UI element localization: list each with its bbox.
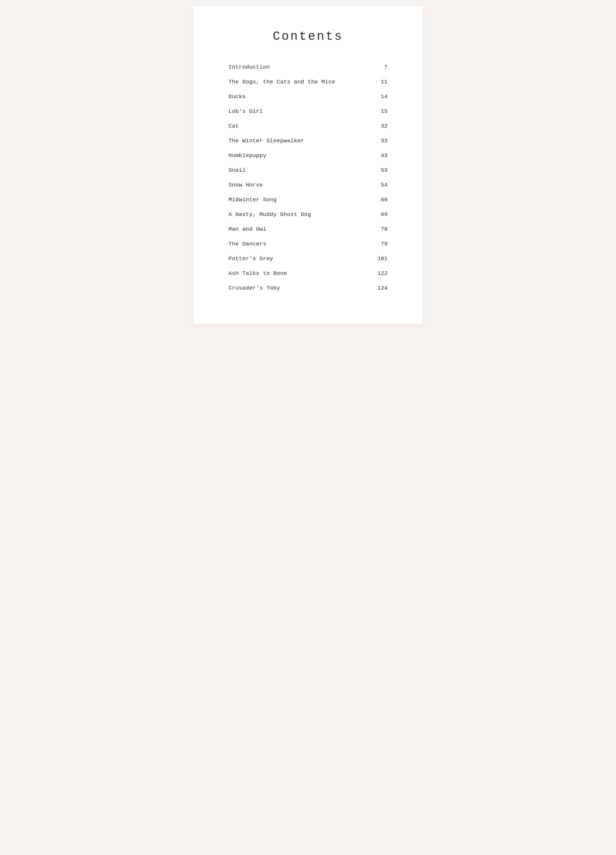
toc-item-page: 69 — [370, 211, 388, 218]
toc-item-title: Ducks — [228, 93, 246, 100]
toc-item: Snail53 — [228, 163, 388, 178]
toc-item-title: Ash Talks to Bone — [228, 270, 287, 277]
toc-item-title: A Nasty, Muddy Ghost Dog — [228, 211, 311, 218]
toc-item-title: The Winter Sleepwalker — [228, 138, 304, 144]
toc-item-title: Man and Owl — [228, 226, 266, 233]
toc-item-title: Humblepuppy — [228, 152, 266, 159]
toc-item-page: 33 — [370, 138, 388, 144]
toc-item-page: 54 — [370, 182, 388, 188]
toc-item-title: Cat — [228, 123, 239, 129]
toc-item-title: Crusader's Toby — [228, 285, 280, 291]
toc-item: The Winter Sleepwalker33 — [228, 133, 388, 148]
toc-item-title: Snow Horse — [228, 182, 263, 188]
toc-item: Potter's Grey101 — [228, 251, 388, 266]
toc-item-page: 14 — [370, 93, 388, 100]
toc-item: The Dogs, the Cats and the Mice11 — [228, 75, 388, 89]
toc-item: Cat32 — [228, 119, 388, 133]
toc-item-page: 79 — [370, 241, 388, 247]
toc-item-title: The Dogs, the Cats and the Mice — [228, 79, 335, 85]
toc-item-page: 68 — [370, 196, 388, 203]
toc-item: Ash Talks to Bone122 — [228, 266, 388, 281]
toc-item-page: 53 — [370, 167, 388, 173]
toc-item: A Nasty, Muddy Ghost Dog69 — [228, 207, 388, 222]
toc-item-title: Midwinter Song — [228, 196, 277, 203]
toc-item: Man and Owl78 — [228, 222, 388, 237]
toc-item-page: 32 — [370, 123, 388, 129]
toc-item-page: 15 — [370, 108, 388, 115]
toc-item: The Dancers79 — [228, 237, 388, 251]
toc-item-title: Potter's Grey — [228, 256, 273, 262]
toc-item: Humblepuppy43 — [228, 148, 388, 163]
toc-item-page: 122 — [370, 270, 388, 277]
page-title: Contents — [228, 29, 388, 43]
toc-item-page: 124 — [370, 285, 388, 291]
toc-item: Midwinter Song68 — [228, 192, 388, 207]
toc-item-title: The Dancers — [228, 241, 266, 247]
toc-item-page: 78 — [370, 226, 388, 233]
toc-item: Snow Horse54 — [228, 178, 388, 192]
toc-item: Lob's Girl15 — [228, 104, 388, 119]
toc-item: Crusader's Toby124 — [228, 281, 388, 296]
toc-list: Introduction7The Dogs, the Cats and the … — [228, 60, 388, 296]
toc-item-page: 11 — [370, 79, 388, 85]
toc-item-title: Snail — [228, 167, 246, 173]
toc-item-title: Lob's Girl — [228, 108, 263, 115]
contents-page: Contents Introduction7The Dogs, the Cats… — [193, 6, 423, 324]
toc-item-page: 101 — [370, 256, 388, 262]
toc-item: Ducks14 — [228, 89, 388, 104]
toc-item-page: 7 — [370, 64, 388, 70]
toc-item-page: 43 — [370, 152, 388, 159]
toc-item-title: Introduction — [228, 64, 270, 70]
toc-item: Introduction7 — [228, 60, 388, 75]
